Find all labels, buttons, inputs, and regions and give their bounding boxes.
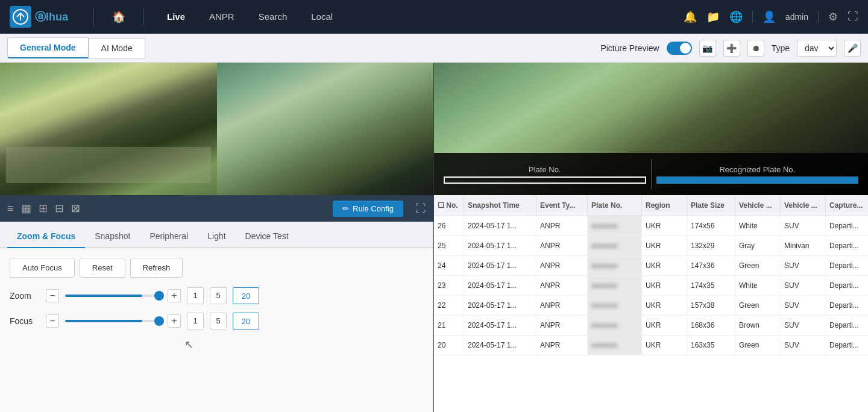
- focus-step-5[interactable]: 5: [210, 313, 227, 329]
- logo: ⓐlhua: [10, 6, 68, 28]
- picture-preview-toggle[interactable]: [667, 42, 692, 55]
- grid-3-icon[interactable]: ⊟: [55, 202, 64, 215]
- logo-text: ⓐlhua: [35, 10, 68, 24]
- cell-vehicle-color: White: [735, 216, 781, 236]
- cell-vehicle-type: SUV: [781, 296, 826, 315]
- cell-plate-size: 157x38: [687, 296, 735, 315]
- nav-anpr[interactable]: ANPR: [204, 9, 239, 24]
- table-row[interactable]: 24 2024-05-17 1... ANPR ●●●●●● UKR 147x3…: [434, 256, 868, 276]
- cell-region: UKR: [642, 316, 687, 335]
- focus-slider-track[interactable]: [65, 320, 162, 322]
- ai-mode-button[interactable]: AI Mode: [89, 38, 145, 58]
- zoom-step-5[interactable]: 5: [210, 287, 227, 304]
- cell-region: UKR: [642, 276, 687, 295]
- cell-event-type: ANPR: [536, 236, 588, 255]
- cell-plate-size: 174x56: [687, 216, 735, 236]
- rule-config-button[interactable]: ✏ Rule Config: [333, 201, 403, 217]
- table-row[interactable]: 20 2024-05-17 1... ANPR ●●●●●● UKR 163x3…: [434, 336, 868, 355]
- zoom-step-1[interactable]: 1: [187, 287, 204, 304]
- auto-focus-button[interactable]: Auto Focus: [10, 258, 75, 278]
- tab-device-test[interactable]: Device Test: [236, 225, 298, 248]
- data-table: ☐ No. Snapshot Time Event Ty... Plate No…: [434, 195, 868, 412]
- zoom-minus-button[interactable]: −: [46, 289, 59, 302]
- cell-no: 21: [434, 316, 464, 335]
- grid-2-icon[interactable]: ⊞: [39, 202, 48, 215]
- cell-capture: Departi...: [826, 216, 868, 236]
- table-row[interactable]: 22 2024-05-17 1... ANPR ●●●●●● UKR 157x3…: [434, 296, 868, 316]
- focus-plus-button[interactable]: +: [168, 314, 181, 328]
- refresh-button[interactable]: Refresh: [130, 258, 183, 278]
- nav-search[interactable]: Search: [254, 9, 292, 24]
- cell-snapshot-time: 2024-05-17 1...: [464, 336, 536, 355]
- camera-view-right[interactable]: [217, 63, 434, 195]
- zoom-slider-handle[interactable]: [154, 291, 164, 301]
- camera-controls-bar: ≡ ▦ ⊞ ⊟ ⊠ ✏ Rule Config ⛶: [0, 195, 433, 222]
- cell-snapshot-time: 2024-05-17 1...: [464, 296, 536, 315]
- table-row[interactable]: 25 2024-05-17 1... ANPR ●●●●●● UKR 132x2…: [434, 236, 868, 256]
- camera-views: [0, 63, 433, 195]
- fullscreen-icon[interactable]: ⛶: [848, 10, 858, 23]
- settings-icon[interactable]: ⚙: [828, 10, 838, 23]
- home-icon[interactable]: 🏠: [112, 10, 125, 23]
- zoom-value-input[interactable]: [233, 287, 259, 304]
- picture-preview-label: Picture Preview: [600, 43, 659, 53]
- zoom-slider-track[interactable]: [65, 295, 162, 297]
- nav-live[interactable]: Live: [162, 9, 190, 24]
- zoom-plus-button[interactable]: +: [168, 289, 181, 302]
- general-mode-button[interactable]: General Mode: [7, 37, 89, 58]
- cell-event-type: ANPR: [536, 256, 588, 275]
- recognized-plate-col: Recognized Plate No.: [656, 165, 859, 184]
- col-header-region: Region: [642, 195, 687, 216]
- table-row[interactable]: 21 2024-05-17 1... ANPR ●●●●●● UKR 168x3…: [434, 316, 868, 336]
- folder-icon[interactable]: 📁: [706, 10, 720, 23]
- type-select[interactable]: dav mp4 avi: [797, 40, 837, 57]
- table-row[interactable]: 26 2024-05-17 1... ANPR ●●●●●● UKR 174x5…: [434, 216, 868, 236]
- plate-no-title: Plate No.: [444, 165, 646, 174]
- nav-local[interactable]: Local: [306, 9, 338, 24]
- cell-vehicle-type: SUV: [781, 316, 826, 335]
- globe-icon[interactable]: 🌐: [729, 10, 743, 23]
- focus-minus-button[interactable]: −: [46, 314, 59, 328]
- focus-row: Focus − + 1 5: [10, 313, 424, 329]
- cell-region: UKR: [642, 256, 687, 275]
- grid-4-icon[interactable]: ⊠: [71, 202, 80, 215]
- type-label: Type: [772, 43, 790, 53]
- cell-snapshot-time: 2024-05-17 1...: [464, 216, 536, 236]
- cell-region: UKR: [642, 336, 687, 355]
- cell-no: 22: [434, 296, 464, 315]
- tab-peripheral[interactable]: Peripheral: [140, 225, 198, 248]
- recognized-plate-title: Recognized Plate No.: [656, 165, 859, 174]
- camera-snapshot-icon[interactable]: 📷: [699, 40, 716, 57]
- cell-no: 20: [434, 336, 464, 355]
- grid-1-icon[interactable]: ▦: [21, 202, 31, 215]
- nav-right-divider: [752, 11, 753, 23]
- camera-view-left[interactable]: [0, 63, 217, 195]
- anpr-overlay: Plate No. Recognized Plate No.: [434, 153, 868, 195]
- tab-zoom-focus[interactable]: Zoom & Focus: [7, 225, 85, 248]
- cell-vehicle-color: Green: [735, 256, 781, 275]
- table-row[interactable]: 23 2024-05-17 1... ANPR ●●●●●● UKR 174x3…: [434, 276, 868, 296]
- bell-icon[interactable]: 🔔: [684, 10, 697, 23]
- col-header-no: ☐ No.: [434, 195, 464, 216]
- cell-region: UKR: [642, 296, 687, 315]
- focus-slider-handle[interactable]: [154, 316, 164, 326]
- anpr-divider: [651, 159, 652, 189]
- col-header-vehicle-type: Vehicle ...: [781, 195, 826, 216]
- add-icon[interactable]: ➕: [723, 40, 740, 57]
- zoom-slider-fill: [65, 295, 142, 297]
- focus-step-1[interactable]: 1: [187, 313, 204, 329]
- reset-button[interactable]: Reset: [80, 258, 125, 278]
- cell-region: UKR: [642, 216, 687, 236]
- expand-icon[interactable]: ⛶: [415, 202, 426, 215]
- record-icon[interactable]: ⏺: [747, 40, 764, 57]
- tab-light[interactable]: Light: [198, 225, 235, 248]
- mic-icon[interactable]: 🎤: [844, 40, 861, 57]
- col-header-plate-no: Plate No.: [588, 195, 642, 216]
- focus-value-input[interactable]: [233, 313, 259, 329]
- col-header-snapshot-time[interactable]: Snapshot Time: [464, 195, 536, 216]
- tab-snapshot[interactable]: Snapshot: [85, 225, 140, 248]
- cell-plate-size: 147x36: [687, 256, 735, 275]
- filter-icon[interactable]: ≡: [7, 202, 14, 215]
- cell-plate-no: ●●●●●●: [588, 216, 642, 236]
- checkbox-icon[interactable]: ☐: [438, 201, 444, 210]
